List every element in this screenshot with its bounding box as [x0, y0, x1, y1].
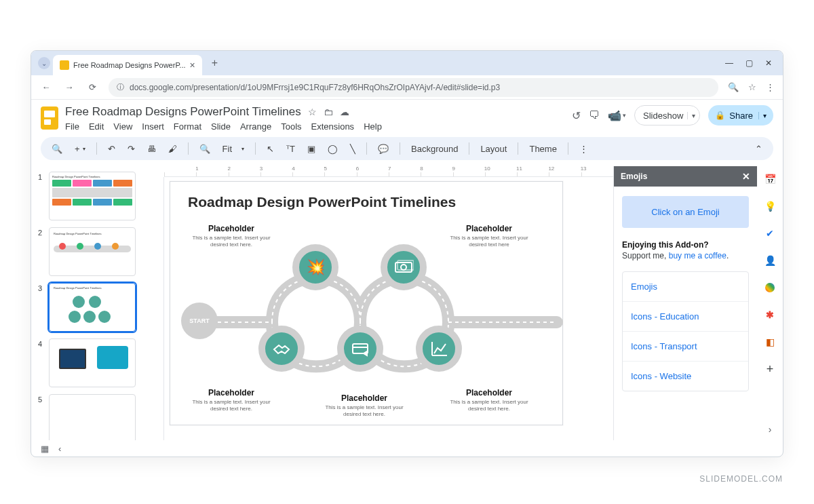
menu-slide[interactable]: Slide: [211, 121, 231, 132]
menu-help[interactable]: Help: [364, 121, 382, 132]
image-tool-icon[interactable]: ▣: [303, 141, 319, 157]
omnibox[interactable]: ⓘ docs.google.com/presentation/d/1oU9MFr…: [109, 78, 718, 97]
maximize-icon[interactable]: ▢: [745, 58, 753, 68]
zoom-select[interactable]: Fit ▾: [218, 141, 248, 157]
category-education[interactable]: Icons - Education: [623, 302, 748, 332]
start-badge[interactable]: START: [181, 303, 218, 339]
placeholder-bottom-left[interactable]: Placeholder This is a sample text. Inser…: [184, 388, 279, 413]
slide-canvas[interactable]: Roadmap Design PowerPoint Timelines STAR…: [170, 181, 563, 425]
ruler-horizontal: 12345678910111213: [164, 166, 613, 177]
close-window-icon[interactable]: ✕: [765, 58, 772, 68]
move-folder-icon[interactable]: 🗀: [324, 106, 333, 117]
comment-tool-icon[interactable]: 💬: [374, 141, 393, 157]
menu-file[interactable]: File: [65, 121, 79, 132]
browser-menu-icon[interactable]: ⋮: [766, 82, 775, 92]
zoom-indicator-icon[interactable]: 🔍: [728, 82, 739, 92]
theme-button[interactable]: Theme: [525, 141, 560, 157]
node-2[interactable]: [381, 244, 427, 290]
menu-format[interactable]: Format: [174, 121, 201, 132]
slideshow-button[interactable]: Slideshow ▾: [634, 105, 700, 125]
textbox-tool-icon[interactable]: ᵀT: [282, 141, 299, 157]
slides-favicon: [60, 60, 69, 70]
search-menus-icon[interactable]: 🔍: [47, 141, 66, 157]
hide-rail-icon[interactable]: ›: [769, 424, 772, 435]
chevron-down-icon[interactable]: ▾: [687, 112, 695, 119]
new-tab-button[interactable]: +: [208, 57, 222, 69]
get-addons-icon[interactable]: +: [764, 363, 776, 375]
layout-button[interactable]: Layout: [476, 141, 511, 157]
undo-icon[interactable]: ↶: [104, 141, 119, 157]
cloud-status-icon[interactable]: ☁: [340, 106, 349, 117]
select-tool-icon[interactable]: ↖: [263, 141, 278, 157]
print-icon[interactable]: 🖶: [143, 141, 160, 157]
redo-icon[interactable]: ↷: [123, 141, 139, 157]
site-info-icon[interactable]: ⓘ: [117, 82, 124, 92]
money-icon: [393, 257, 414, 277]
more-tools-icon[interactable]: ⋮: [575, 141, 592, 157]
placeholder-top-right[interactable]: Placeholder This is a sample text. Inser…: [442, 224, 537, 249]
maps-icon[interactable]: [764, 282, 776, 294]
share-button[interactable]: 🔒 Share ▾: [708, 105, 773, 125]
tasks-icon[interactable]: ✔: [764, 227, 776, 239]
placeholder-bottom-center[interactable]: Placeholder This is a sample text. Inser…: [317, 393, 412, 419]
reload-button[interactable]: ⟳: [85, 82, 99, 92]
shape-tool-icon[interactable]: ◯: [324, 141, 342, 157]
star-icon[interactable]: ☆: [308, 106, 317, 117]
contacts-icon[interactable]: 👤: [764, 254, 776, 267]
slide-title[interactable]: Roadmap Design PowerPoint Timelines: [170, 182, 562, 210]
document-header: Free Roadmap Designs PowerPoint Timeline…: [31, 100, 783, 132]
paint-format-icon[interactable]: 🖌: [164, 141, 181, 157]
menu-insert[interactable]: Insert: [142, 121, 164, 132]
slides-logo-icon[interactable]: [41, 106, 58, 130]
placeholder-top-left[interactable]: Placeholder This is a sample text. Inser…: [184, 224, 279, 249]
chevron-down-icon[interactable]: ▾: [758, 112, 767, 119]
back-button[interactable]: ←: [39, 82, 53, 92]
chart-icon: [429, 338, 449, 359]
thumb-5[interactable]: 5: [38, 394, 147, 440]
close-tab-icon[interactable]: ×: [190, 60, 195, 71]
click-emoji-button[interactable]: Click on an Emoji: [622, 196, 749, 228]
new-slide-button[interactable]: + ▾: [71, 141, 90, 157]
thumb-2[interactable]: 2 Roadmap Design PowerPoint Timelines: [38, 227, 147, 276]
category-transport[interactable]: Icons - Transport: [623, 332, 748, 362]
node-5[interactable]: [416, 326, 462, 372]
bookmark-star-icon[interactable]: ☆: [748, 82, 756, 92]
menu-tools[interactable]: Tools: [281, 121, 301, 132]
addon-office-icon[interactable]: ◧: [764, 336, 776, 348]
document-title[interactable]: Free Roadmap Designs PowerPoint Timeline…: [65, 105, 301, 119]
thumb-1[interactable]: 1 Roadmap Design PowerPoint Timelines: [38, 172, 147, 220]
menu-edit[interactable]: Edit: [89, 121, 104, 132]
menu-extensions[interactable]: Extensions: [311, 121, 355, 132]
line-tool-icon[interactable]: ╲: [346, 141, 360, 157]
menu-arrange[interactable]: Arrange: [240, 121, 271, 132]
background-button[interactable]: Background: [407, 141, 462, 157]
buy-coffee-link[interactable]: buy me a coffee: [669, 251, 726, 260]
forward-button[interactable]: →: [62, 82, 76, 92]
zoom-tool-icon[interactable]: 🔍: [195, 141, 214, 157]
prev-slide-icon[interactable]: ‹: [58, 444, 61, 454]
category-website[interactable]: Icons - Website: [623, 362, 748, 391]
placeholder-bottom-right[interactable]: Placeholder This is a sample text. Inser…: [442, 388, 537, 413]
support-text: Support me, buy me a coffee.: [622, 251, 749, 260]
close-sidebar-icon[interactable]: ✕: [742, 171, 750, 182]
node-1[interactable]: 💥: [292, 244, 338, 290]
browser-tab[interactable]: Free Roadmap Designs PowerP... ×: [53, 55, 202, 75]
addon-asterisk-icon[interactable]: ✱: [764, 309, 776, 321]
share-label: Share: [729, 111, 753, 121]
node-4[interactable]: [337, 326, 383, 372]
thumb-4[interactable]: 4: [38, 338, 147, 387]
keep-icon[interactable]: 💡: [764, 200, 776, 212]
thumb-3[interactable]: 3 Roadmap Design PowerPoint Timelines: [38, 283, 147, 332]
grid-view-icon[interactable]: ▦: [41, 444, 49, 454]
collapse-toolbar-icon[interactable]: ⌃: [751, 141, 767, 157]
calendar-icon[interactable]: 📅: [764, 173, 776, 185]
browser-window: ⌄ Free Roadmap Designs PowerP... × + — ▢…: [31, 50, 783, 457]
comments-icon[interactable]: 🗨: [589, 109, 600, 121]
history-icon[interactable]: ↺: [572, 109, 581, 122]
menu-view[interactable]: View: [113, 121, 132, 132]
node-3[interactable]: [258, 326, 305, 372]
category-emojis[interactable]: Emojis: [623, 272, 748, 302]
meet-icon[interactable]: 📹▾: [608, 109, 626, 122]
tab-search-button[interactable]: ⌄: [38, 57, 50, 69]
minimize-icon[interactable]: —: [725, 58, 733, 68]
